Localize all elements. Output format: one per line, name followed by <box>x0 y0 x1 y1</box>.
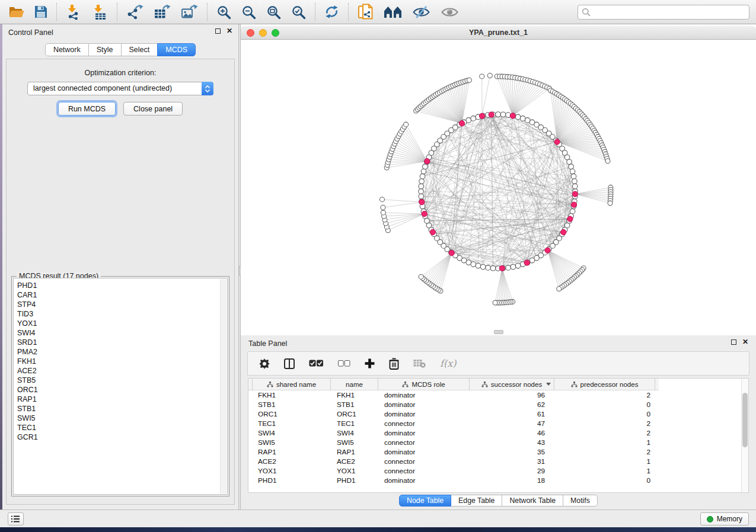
mcds-hub-node[interactable] <box>459 121 464 126</box>
zoom-selected-icon[interactable] <box>291 5 306 20</box>
task-history-button[interactable] <box>8 512 24 525</box>
maximize-window-icon[interactable] <box>272 29 279 37</box>
leaf-node[interactable] <box>605 159 610 164</box>
ring-node[interactable] <box>471 262 476 267</box>
table-row[interactable]: RAP1RAP1dominator352 <box>252 447 748 457</box>
ring-node[interactable] <box>419 184 424 189</box>
column-header[interactable]: name <box>331 379 378 390</box>
ring-node[interactable] <box>506 265 511 271</box>
mcds-hub-node[interactable] <box>510 113 515 118</box>
float-table-panel-icon[interactable] <box>731 339 736 345</box>
zoom-fit-icon[interactable] <box>266 5 281 20</box>
leaf-node[interactable] <box>404 122 409 127</box>
mcds-result-item[interactable]: ACE2 <box>17 366 227 376</box>
mcds-result-item[interactable]: PHD1 <box>17 281 227 290</box>
float-panel-icon[interactable] <box>215 28 221 34</box>
tab-edge-table[interactable]: Edge Table <box>451 495 502 507</box>
ring-node[interactable] <box>570 209 575 214</box>
mcds-result-item[interactable]: YOX1 <box>17 319 227 328</box>
mcds-result-item[interactable]: RAP1 <box>17 395 227 404</box>
mcds-hub-node[interactable] <box>479 113 484 118</box>
ring-node[interactable] <box>567 159 572 165</box>
run-mcds-button[interactable]: Run MCDS <box>58 102 116 116</box>
leaf-node[interactable] <box>493 300 497 305</box>
mcds-hub-node[interactable] <box>425 159 430 164</box>
mcds-result-item[interactable]: CAR1 <box>17 290 227 300</box>
leaf-node[interactable] <box>381 210 385 215</box>
zoom-out-icon[interactable] <box>241 5 256 20</box>
ring-node[interactable] <box>420 174 425 179</box>
ring-node[interactable] <box>515 114 521 120</box>
column-header[interactable]: MCDS role <box>378 379 470 390</box>
mcds-hub-node[interactable] <box>571 202 576 207</box>
show-columns-icon[interactable] <box>284 358 295 369</box>
ring-node[interactable] <box>419 189 424 194</box>
mcds-result-item[interactable]: STB1 <box>17 404 227 414</box>
sort-desc-icon[interactable] <box>546 383 551 386</box>
delete-column-icon[interactable] <box>389 358 399 370</box>
ring-node[interactable] <box>569 164 574 169</box>
close-panel-button[interactable]: Close panel <box>123 102 183 116</box>
mcds-result-list[interactable]: PHD1CAR1STP4TID3YOX1SWI4SRD1PMA2FKH1ACE2… <box>13 278 228 495</box>
table-row[interactable]: SWI5SWI5connector431 <box>252 438 748 447</box>
close-window-icon[interactable] <box>247 29 254 37</box>
show-all-eye-icon[interactable] <box>441 5 459 19</box>
mcds-result-item[interactable]: FKH1 <box>17 357 227 366</box>
mcds-result-item[interactable]: ORC1 <box>17 385 227 395</box>
ring-node[interactable] <box>480 264 486 270</box>
mcds-hub-node[interactable] <box>430 229 435 235</box>
mcds-result-item[interactable]: TID3 <box>17 309 227 319</box>
mcds-hub-node[interactable] <box>419 199 425 204</box>
table-scrollbar[interactable] <box>741 379 748 492</box>
ring-node[interactable] <box>520 116 525 121</box>
column-header[interactable]: predecessor nodes <box>554 379 655 390</box>
mcds-hub-node[interactable] <box>561 229 566 235</box>
import-table-icon[interactable] <box>92 4 108 20</box>
close-panel-icon[interactable]: ✕ <box>227 28 232 34</box>
ring-node[interactable] <box>419 179 425 184</box>
leaf-node[interactable] <box>487 73 492 78</box>
ring-node[interactable] <box>572 179 578 184</box>
leaf-node[interactable] <box>467 78 471 82</box>
memory-button[interactable]: Memory <box>700 512 749 525</box>
ring-node[interactable] <box>570 169 575 174</box>
search-input[interactable] <box>593 7 749 18</box>
add-column-icon[interactable] <box>365 358 375 368</box>
tab-motifs[interactable]: Motifs <box>563 495 598 507</box>
export-table-icon[interactable] <box>154 4 171 20</box>
mcds-hub-node[interactable] <box>554 139 560 145</box>
mcds-result-item[interactable]: SWI5 <box>17 414 227 423</box>
mcds-result-item[interactable]: TEC1 <box>17 423 227 432</box>
select-all-icon[interactable] <box>309 360 324 367</box>
ring-node[interactable] <box>476 263 481 268</box>
mcds-hub-node[interactable] <box>567 216 573 222</box>
gear-icon[interactable] <box>259 358 270 369</box>
mcds-hub-node[interactable] <box>422 211 427 216</box>
table-row[interactable]: PHD1PHD1dominator180 <box>252 476 748 485</box>
ring-node[interactable] <box>425 218 430 223</box>
mcds-result-item[interactable]: SWI4 <box>17 328 227 338</box>
mcds-hub-node[interactable] <box>524 260 529 265</box>
mcds-result-item[interactable]: SRD1 <box>17 338 227 347</box>
table-row[interactable]: ORC1ORC1dominator610 <box>252 409 748 419</box>
export-image-icon[interactable] <box>181 4 198 20</box>
mcds-hub-node[interactable] <box>545 248 550 253</box>
criterion-dropdown[interactable]: largest connected component (undirected) <box>27 82 213 95</box>
mcds-hub-node[interactable] <box>489 112 494 117</box>
column-header[interactable]: successor nodes <box>470 379 554 390</box>
ring-node[interactable] <box>490 265 496 271</box>
ring-node[interactable] <box>423 164 428 169</box>
mcds-result-item[interactable]: STP4 <box>17 300 227 309</box>
tab-network-table[interactable]: Network Table <box>502 495 563 507</box>
ring-node[interactable] <box>466 118 471 123</box>
deselect-all-icon[interactable] <box>338 360 350 367</box>
tab-style[interactable]: Style <box>88 43 122 56</box>
mcds-hub-node[interactable] <box>499 265 505 271</box>
ring-node[interactable] <box>471 116 476 121</box>
table-row[interactable]: YOX1YOX1connector291 <box>252 466 748 476</box>
leaf-node[interactable] <box>557 287 562 291</box>
ring-node[interactable] <box>571 174 576 179</box>
first-neighbors-icon[interactable] <box>384 5 402 18</box>
export-network-icon[interactable] <box>126 4 143 20</box>
mcds-result-item[interactable]: STB5 <box>17 376 227 385</box>
